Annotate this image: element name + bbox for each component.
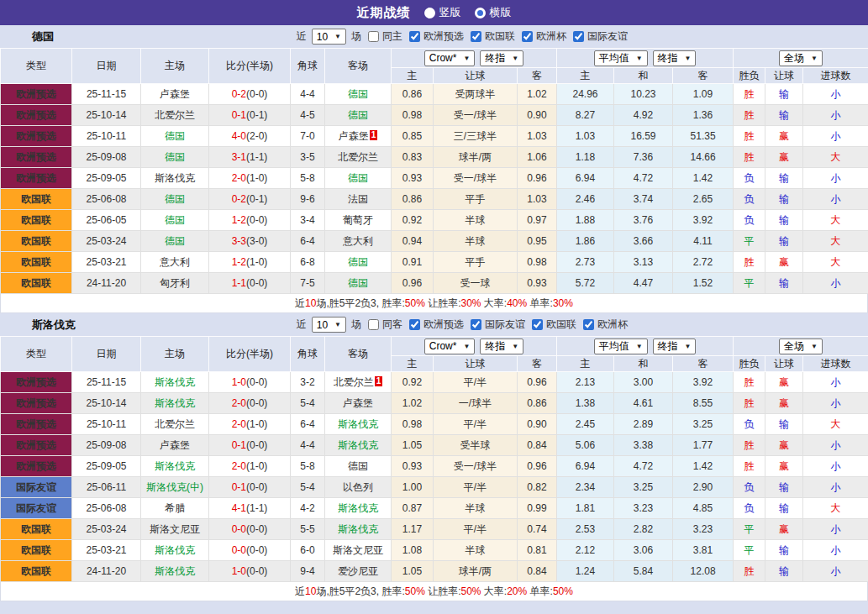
league-filter-checkbox[interactable] [522, 31, 533, 42]
odds-away: 0.93 [518, 273, 557, 294]
odds-source-select[interactable]: Crow*▼ [424, 50, 476, 66]
league-filter-checkbox[interactable] [471, 319, 481, 330]
same-venue-checkbox[interactable] [368, 319, 379, 330]
odds-time-select[interactable]: 终指▼ [480, 50, 523, 66]
odds-home: 0.85 [392, 126, 434, 147]
recent-count-select[interactable]: 10▼ [312, 29, 346, 45]
result-badge: 平 [734, 273, 765, 294]
away-team: 德国 [325, 252, 392, 273]
away-team: 北爱尔兰1 [325, 372, 392, 393]
avg-home-odds: 6.94 [557, 168, 614, 189]
section-footer: 近10场,胜5平2负3, 胜率:50% 让胜率:30% 大率:40% 单率:30… [0, 294, 868, 313]
scope-select[interactable]: 全场▼ [779, 338, 823, 354]
avg-home-odds: 6.94 [557, 456, 614, 477]
odds-home: 0.87 [392, 498, 434, 519]
match-date: 24-11-20 [72, 273, 141, 294]
footer-stat: 单率: [527, 585, 553, 599]
chevron-down-icon: ▼ [685, 343, 692, 350]
full-score: 1-1 [232, 277, 246, 289]
handicap-line: 受一球 [434, 273, 518, 294]
match-score: 1-2(0-0) [209, 210, 291, 231]
table-row: 欧国联24-11-20斯洛伐克1-0(0-0)9-4爱沙尼亚1.05球半/两0.… [1, 561, 868, 582]
handicap-result: 赢 [765, 126, 803, 147]
results-table: 类型日期主场比分(半场)角球客场Crow*▼终指▼平均值▼终指▼全场▼主让球客主… [0, 336, 868, 582]
league-filter-checkbox[interactable] [573, 31, 584, 42]
layout-radio-horizontal[interactable]: 横版 [475, 5, 512, 20]
odds-time-select-value: 终指 [485, 51, 505, 66]
match-score: 4-1(1-1) [209, 498, 291, 519]
corner-score: 5-8 [291, 456, 325, 477]
match-score: 3-1(1-1) [209, 147, 291, 168]
half-score: (0-0) [246, 481, 267, 493]
goals-result: 小 [803, 273, 868, 294]
sub-column-header: 客 [518, 356, 557, 372]
away-team: 斯洛伐克 [325, 435, 392, 456]
handicap-result: 赢 [765, 519, 803, 540]
handicap-result: 输 [765, 498, 803, 519]
full-score: 4-0 [232, 130, 246, 142]
avg-away-odds: 12.08 [673, 561, 734, 582]
odds-away: 0.99 [518, 498, 557, 519]
scope-select[interactable]: 全场▼ [779, 50, 823, 66]
home-team-name: 斯洛文尼亚 [150, 523, 200, 535]
footer-stat: 50% [405, 585, 425, 597]
radio-selected-icon [424, 8, 435, 18]
avg-away-odds: 1.77 [673, 435, 734, 456]
footer-stat: 让胜率: [425, 297, 461, 311]
odds-away: 0.98 [518, 252, 557, 273]
half-score: (1-1) [246, 502, 267, 514]
sub-column-header: 主 [557, 68, 614, 84]
table-row: 欧国联24-11-20匈牙利1-1(0-0)7-5德国0.96受一球0.935.… [1, 273, 868, 294]
goals-result: 小 [803, 168, 868, 189]
recent-count-select[interactable]: 10▼ [312, 317, 346, 333]
goals-result: 大 [803, 498, 868, 519]
odds-source-select[interactable]: Crow*▼ [424, 338, 476, 354]
league-filter-checkbox[interactable] [471, 31, 481, 42]
table-row: 欧洲预选25-09-05斯洛伐克2-0(1-0)5-8德国0.93受一/球半0.… [1, 456, 868, 477]
league-filter-checkbox[interactable] [409, 31, 420, 42]
team-section: 德国近10▼场同主欧洲预选欧国联欧洲杯国际友谊类型日期主场比分(半场)角球客场C… [0, 25, 868, 313]
odds-time-select[interactable]: 终指▼ [480, 338, 523, 354]
table-row: 欧洲预选25-10-11德国4-0(2-0)7-0卢森堡10.85三/三球半1.… [1, 126, 868, 147]
column-header: 主场 [141, 337, 209, 372]
layout-radio-vertical[interactable]: 竖版 [424, 5, 461, 20]
away-team: 爱沙尼亚 [325, 561, 392, 582]
avg-draw-odds: 2.82 [614, 519, 673, 540]
sub-column-header: 客 [673, 68, 734, 84]
footer-stat: 10 [305, 585, 316, 597]
home-team: 北爱尔兰 [141, 105, 209, 126]
result-badge: 胜 [734, 456, 765, 477]
avg-source-select[interactable]: 平均值▼ [594, 338, 648, 354]
league-filter-checkbox[interactable] [409, 319, 420, 330]
team-name: 斯洛伐克 [32, 317, 76, 333]
sub-column-header: 进球数 [803, 68, 868, 84]
goals-result: 大 [803, 414, 868, 435]
half-score: (3-0) [246, 235, 267, 247]
full-score: 3-3 [232, 235, 246, 247]
goals-result: 小 [803, 561, 868, 582]
away-team: 德国 [325, 105, 392, 126]
match-date: 25-10-14 [72, 393, 141, 414]
odds-home: 0.86 [392, 84, 434, 105]
odds-away: 0.82 [518, 477, 557, 498]
avg-time-select[interactable]: 终指▼ [653, 338, 697, 354]
match-score: 2-0(0-0) [209, 393, 291, 414]
league-badge: 欧洲预选 [1, 372, 72, 393]
half-score: (1-1) [246, 151, 267, 163]
league-badge: 欧国联 [1, 540, 72, 561]
avg-home-odds: 2.13 [557, 372, 614, 393]
handicap-line: 受两球半 [434, 84, 518, 105]
same-venue-checkbox[interactable] [368, 31, 379, 42]
footer-stat: 大率: [481, 297, 508, 311]
league-filter-checkbox[interactable] [583, 319, 594, 330]
corner-score: 7-0 [291, 126, 325, 147]
away-team-name: 爱沙尼亚 [338, 565, 378, 577]
league-filter-checkbox[interactable] [532, 319, 543, 330]
corner-score: 4-4 [291, 84, 325, 105]
away-team-name: 斯洛伐克 [338, 523, 378, 535]
avg-source-select[interactable]: 平均值▼ [594, 50, 648, 66]
avg-away-odds: 4.11 [673, 231, 734, 252]
half-score: (0-0) [246, 439, 267, 451]
avg-time-select[interactable]: 终指▼ [653, 50, 697, 66]
away-team: 斯洛伐克 [325, 519, 392, 540]
